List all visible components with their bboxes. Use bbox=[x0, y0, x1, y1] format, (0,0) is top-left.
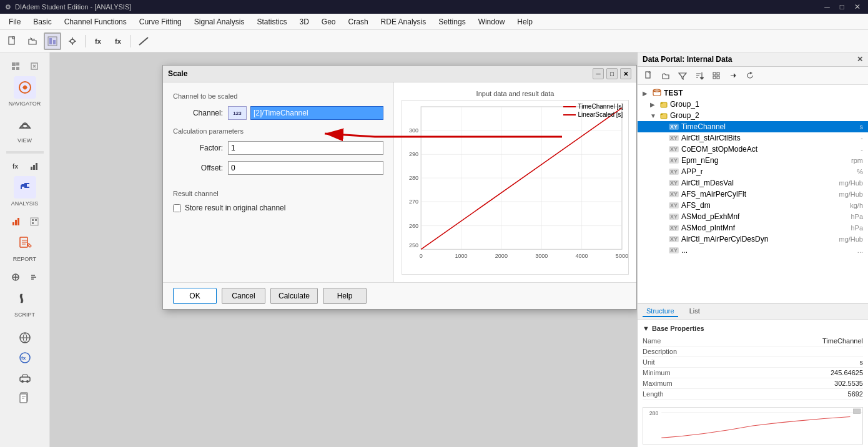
right-panel: Data Portal: Internal Data ✕ bbox=[637, 52, 868, 447]
sidebar-report-mini1[interactable] bbox=[7, 213, 24, 230]
rp-filter-btn[interactable] bbox=[675, 69, 690, 82]
svg-rect-60 bbox=[717, 72, 719, 75]
store-checkbox-row: Store result in original channel bbox=[173, 204, 383, 212]
menu-geo[interactable]: Geo bbox=[315, 16, 342, 27]
sidebar-view-label: VIEW bbox=[17, 137, 32, 144]
rp-open-btn[interactable] bbox=[658, 69, 673, 82]
sidebar-analysis-icon[interactable] bbox=[14, 176, 36, 199]
sidebar-navigator-icon[interactable] bbox=[14, 76, 36, 99]
sidebar-report-icon[interactable] bbox=[14, 232, 36, 254]
menu-channel-functions[interactable]: Channel Functions bbox=[58, 16, 133, 27]
store-checkbox-label: Store result in original channel bbox=[185, 204, 285, 212]
ch-name-10: AirCtl_mAirPerCylDesDyn bbox=[681, 235, 768, 243]
menu-signal-analysis[interactable]: Signal Analysis bbox=[188, 16, 251, 27]
rp-order-btn[interactable] bbox=[709, 69, 724, 82]
dialog-minimize-button[interactable]: ─ bbox=[593, 68, 604, 79]
toolbar-view[interactable] bbox=[44, 32, 61, 50]
menu-settings[interactable]: Settings bbox=[432, 16, 471, 27]
tree-channel-more[interactable]: XY ... ... bbox=[638, 245, 868, 256]
menu-curve-fitting[interactable]: Curve Fitting bbox=[133, 16, 188, 27]
sidebar-script-mini2[interactable] bbox=[26, 268, 43, 286]
tab-list[interactable]: List bbox=[686, 306, 704, 317]
tree-channel-airctl[interactable]: XY AirCtl_stAirCtlBits - bbox=[638, 132, 868, 144]
dialog-close-button[interactable]: ✕ bbox=[620, 68, 631, 79]
toolbar-settings[interactable] bbox=[64, 32, 81, 50]
calculate-button[interactable]: Calculate bbox=[270, 288, 318, 304]
sidebar-script-mini1[interactable] bbox=[7, 268, 24, 286]
sidebar-analysis-mini2[interactable] bbox=[26, 157, 43, 175]
minimize-button[interactable]: ─ bbox=[822, 2, 832, 11]
chart-area: TimeChannel [s] LinearScaled [s] bbox=[402, 100, 629, 275]
tree-channel-app[interactable]: XY APP_r % bbox=[638, 166, 868, 177]
result-section: Result channel Store result in original … bbox=[173, 190, 383, 212]
toolbar-fx1[interactable]: fx bbox=[89, 32, 107, 50]
sidebar-analysis-mini1[interactable]: fx bbox=[7, 157, 24, 175]
store-checkbox[interactable] bbox=[173, 204, 181, 212]
right-panel-close-icon[interactable]: ✕ bbox=[857, 55, 863, 64]
sidebar-globe-icon[interactable] bbox=[16, 329, 34, 346]
tree-group1[interactable]: ▶ Group_1 bbox=[638, 99, 868, 110]
menu-help[interactable]: Help bbox=[511, 16, 539, 27]
menu-basic[interactable]: Basic bbox=[27, 16, 57, 27]
dialog-titlebar: Scale ─ □ ✕ bbox=[163, 66, 636, 82]
ok-button[interactable]: OK bbox=[173, 288, 217, 304]
sidebar-fx-globe-icon[interactable]: fx bbox=[16, 349, 34, 366]
svg-rect-3 bbox=[53, 40, 56, 44]
sidebar-nav-btn2[interactable] bbox=[26, 57, 43, 75]
channel-input[interactable] bbox=[250, 106, 383, 120]
tree-channel-airctl-mdes[interactable]: XY AirCtl_mDesVal mg/Hub bbox=[638, 177, 868, 189]
dialog-title: Scale bbox=[168, 69, 187, 78]
tree-channel-asmod-exh[interactable]: XY ASMod_pExhMnf hPa bbox=[638, 211, 868, 222]
menu-window[interactable]: Window bbox=[472, 16, 511, 27]
factor-input[interactable] bbox=[228, 141, 383, 155]
dialog-chart-section: Input data and result data TimeChannel [… bbox=[394, 82, 636, 282]
sidebar-script-icon[interactable] bbox=[14, 287, 36, 310]
tree-channel-afs-dm[interactable]: XY AFS_dm kg/h bbox=[638, 200, 868, 211]
menu-3d[interactable]: 3D bbox=[293, 16, 315, 27]
cancel-button[interactable]: Cancel bbox=[222, 288, 265, 304]
props-collapse-icon[interactable]: ▼ bbox=[643, 325, 649, 332]
sidebar-view-icon[interactable] bbox=[14, 113, 36, 135]
sidebar-car-icon[interactable] bbox=[16, 369, 34, 386]
ch-unit-9: hPa bbox=[851, 224, 863, 232]
tree-channel-asmod-int[interactable]: XY ASMod_pIntMnf hPa bbox=[638, 222, 868, 233]
app-icon: ⚙ bbox=[5, 3, 11, 11]
tree-group2[interactable]: ▼ Group_2 bbox=[638, 110, 868, 121]
offset-input[interactable] bbox=[228, 161, 383, 175]
svg-text:280: 280 bbox=[409, 175, 418, 181]
close-button[interactable]: ✕ bbox=[852, 2, 863, 11]
menu-file[interactable]: File bbox=[2, 16, 27, 27]
toolbar-open[interactable] bbox=[24, 32, 41, 50]
tree-channel-timechannel[interactable]: XY TimeChannel s bbox=[638, 121, 868, 132]
rp-new-btn[interactable] bbox=[641, 69, 656, 82]
ch-type-6: XY bbox=[669, 191, 679, 197]
tree-channel-epm[interactable]: XY Epm_nEng rpm bbox=[638, 155, 868, 166]
rp-sort-btn[interactable] bbox=[692, 69, 707, 82]
sidebar-nav-btn1[interactable] bbox=[7, 57, 24, 75]
tab-structure[interactable]: Structure bbox=[643, 306, 678, 317]
tree-root-test[interactable]: ▶ TEST bbox=[638, 87, 868, 99]
tree-channel-coeom[interactable]: XY CoEOM_stOpModeAct - bbox=[638, 144, 868, 155]
rp-arrow-btn[interactable] bbox=[726, 69, 741, 82]
sidebar-navigator-group: NAVIGATOR bbox=[7, 57, 43, 107]
sidebar-analysis-group: fx ANALYSIS bbox=[7, 157, 43, 207]
menu-statistics[interactable]: Statistics bbox=[251, 16, 293, 27]
rp-refresh-btn[interactable] bbox=[742, 69, 757, 82]
toolbar-new[interactable] bbox=[4, 32, 21, 50]
tree-channel-airctl-dyn[interactable]: XY AirCtl_mAirPerCylDesDyn mg/Hub bbox=[638, 233, 868, 245]
sidebar-doc-icon[interactable] bbox=[16, 389, 34, 406]
help-button[interactable]: Help bbox=[323, 288, 367, 304]
svg-text:2000: 2000 bbox=[495, 253, 508, 259]
maximize-button[interactable]: □ bbox=[837, 2, 847, 11]
toolbar-line[interactable] bbox=[135, 32, 152, 50]
sidebar-report-mini2[interactable] bbox=[26, 213, 43, 230]
menu-crash[interactable]: Crash bbox=[342, 16, 375, 27]
mini-chart: 280 bbox=[643, 407, 863, 445]
tree-channel-afs-air[interactable]: XY AFS_mAirPerCylFlt mg/Hub bbox=[638, 189, 868, 200]
menu-rde-analysis[interactable]: RDE Analysis bbox=[375, 16, 433, 27]
dialog-maximize-button[interactable]: □ bbox=[606, 68, 618, 79]
svg-rect-2 bbox=[49, 38, 52, 44]
ch-type-1: XY bbox=[669, 135, 679, 141]
toolbar-fx2[interactable]: fx bbox=[109, 32, 127, 50]
svg-text:280: 280 bbox=[649, 410, 659, 416]
